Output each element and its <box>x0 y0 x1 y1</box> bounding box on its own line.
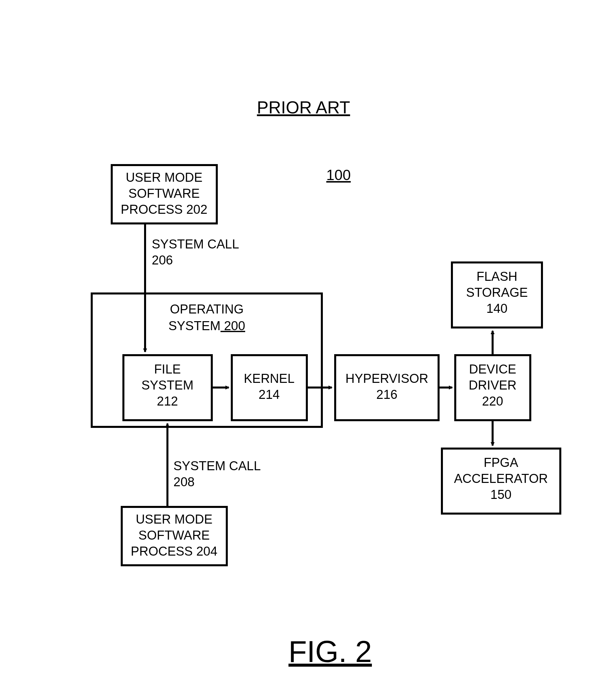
page-title: PRIOR ART <box>257 98 350 117</box>
user-proc-bot-l3: PROCESS 204 <box>131 544 217 558</box>
device-driver-l1: DEVICE <box>469 362 516 376</box>
os-label-l2: SYSTEM 200 <box>169 319 245 333</box>
kernel-l1: KERNEL <box>244 372 294 385</box>
user-proc-bot-l2: SOFTWARE <box>138 528 210 542</box>
file-system-l1: FILE <box>154 362 181 376</box>
user-proc-top-l3: PROCESS 202 <box>121 202 207 217</box>
user-proc-bot-l1: USER MODE <box>136 512 213 526</box>
hypervisor-l1: HYPERVISOR <box>346 372 428 385</box>
syscall-top-l2: 206 <box>152 253 173 267</box>
syscall-top-l1: SYSTEM CALL <box>152 237 239 251</box>
file-system-l3: 212 <box>157 394 178 408</box>
kernel-l2: 214 <box>259 387 280 402</box>
flash-storage-l2: STORAGE <box>466 286 528 299</box>
flash-storage-l1: FLASH <box>477 269 517 284</box>
syscall-bot-l1: SYSTEM CALL <box>173 459 261 473</box>
syscall-bot-l2: 208 <box>173 475 194 489</box>
flash-storage-l3: 140 <box>486 302 507 315</box>
user-proc-top-l2: SOFTWARE <box>128 186 200 200</box>
user-proc-top-l1: USER MODE <box>126 171 202 184</box>
figure-caption: FIG. 2 <box>288 635 372 668</box>
fpga-l3: 150 <box>490 488 511 502</box>
block-diagram: PRIOR ART 100 OPERATING SYSTEM 200 FILE … <box>0 0 616 689</box>
device-driver-l2: DRIVER <box>468 378 516 392</box>
os-label-l1: OPERATING <box>170 302 244 316</box>
fpga-l2: ACCELERATOR <box>454 471 548 486</box>
fpga-l1: FPGA <box>484 455 518 470</box>
diagram-ref: 100 <box>326 167 351 183</box>
device-driver-l3: 220 <box>482 394 503 408</box>
file-system-l2: SYSTEM <box>141 378 194 392</box>
hypervisor-l2: 216 <box>376 387 397 402</box>
